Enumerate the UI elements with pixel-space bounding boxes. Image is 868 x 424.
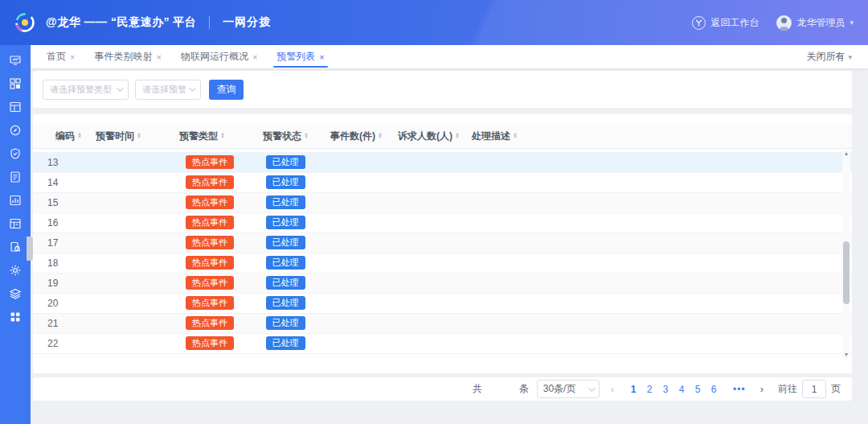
- cell-desc: [461, 273, 852, 293]
- report-icon[interactable]: [5, 168, 26, 185]
- cell-people: [387, 192, 461, 212]
- warning-type-select[interactable]: 请选择预警类型: [43, 80, 129, 100]
- warning-type-badge: 热点事件: [186, 196, 234, 209]
- cell-type: 热点事件: [168, 253, 252, 273]
- close-icon[interactable]: ×: [252, 52, 257, 62]
- next-page-button[interactable]: ›: [757, 383, 767, 395]
- warning-status-select[interactable]: 请选择预警状态: [135, 80, 201, 100]
- cell-type: 热点事件: [168, 313, 252, 333]
- page-size-select[interactable]: 30条/页: [537, 380, 600, 398]
- table-row[interactable]: 20热点事件已处理: [33, 293, 852, 313]
- tab-4[interactable]: 预警列表×: [267, 45, 334, 68]
- cell-people: [387, 293, 461, 313]
- warning-status-badge: 已处理: [266, 336, 305, 350]
- cell-desc: [461, 192, 852, 212]
- cell-code: 19: [33, 273, 84, 293]
- sort-icon[interactable]: ▲▼: [513, 132, 518, 138]
- layers-icon[interactable]: [5, 285, 26, 302]
- column-header: 编码▲▼: [33, 125, 84, 148]
- gear-icon[interactable]: [5, 261, 26, 278]
- tab-1[interactable]: 首页×: [37, 45, 84, 68]
- top-header: @龙华 —— “民意速办” 平台 一网分拨 返回工作台 龙华管理员 ▾: [0, 0, 868, 45]
- document-grid-icon[interactable]: [5, 215, 26, 232]
- chevron-down-icon: [117, 84, 123, 91]
- cell-desc: [461, 253, 852, 273]
- cell-status: 已处理: [252, 293, 319, 313]
- table-scrollbar[interactable]: ▲ ▼: [842, 150, 850, 359]
- user-avatar: [776, 15, 792, 31]
- cell-time: [84, 253, 168, 273]
- column-header: 预警时间▲▼: [84, 125, 168, 148]
- cell-people: [387, 273, 461, 293]
- table-row[interactable]: 17热点事件已处理: [33, 233, 852, 253]
- tab-2[interactable]: 事件类别映射×: [84, 45, 170, 68]
- cell-time: [84, 293, 168, 313]
- close-icon[interactable]: ×: [70, 52, 75, 62]
- page-number-1[interactable]: 1: [625, 384, 641, 395]
- table-row[interactable]: 19热点事件已处理: [33, 273, 852, 293]
- table-row[interactable]: 21热点事件已处理: [33, 313, 852, 333]
- user-menu[interactable]: 龙华管理员 ▾: [776, 15, 854, 31]
- warning-type-badge: 热点事件: [186, 216, 234, 229]
- monitor-icon[interactable]: [5, 51, 26, 68]
- cell-status: 已处理: [252, 212, 319, 233]
- tab-bar: 首页×事件类别映射×物联网运行概况×预警列表× 关闭所有 ▾: [31, 45, 868, 68]
- shield-icon[interactable]: [5, 145, 26, 162]
- warning-status-badge: 已处理: [266, 216, 305, 229]
- search-button[interactable]: 查询: [209, 80, 244, 100]
- return-workbench-button[interactable]: 返回工作台: [692, 16, 759, 30]
- table-row[interactable]: 18热点事件已处理: [33, 253, 852, 273]
- table-row[interactable]: 16热点事件已处理: [33, 212, 852, 233]
- prev-page-button[interactable]: ‹: [608, 383, 617, 395]
- scrollbar-thumb[interactable]: [843, 241, 850, 304]
- table-row[interactable]: 22热点事件已处理: [33, 333, 852, 353]
- panel-icon[interactable]: [5, 98, 26, 115]
- tab-3[interactable]: 物联网运行概况×: [171, 45, 267, 68]
- sort-icon[interactable]: ▲▼: [378, 132, 383, 138]
- warning-status-badge: 已处理: [266, 276, 305, 290]
- warning-type-badge: 热点事件: [186, 175, 234, 189]
- scroll-up-icon[interactable]: ▲: [842, 150, 850, 158]
- page-number-2[interactable]: 2: [641, 384, 657, 395]
- page-number-3[interactable]: 3: [657, 384, 674, 395]
- close-icon[interactable]: ×: [156, 52, 161, 62]
- sort-icon[interactable]: ▲▼: [137, 132, 141, 138]
- compass-icon[interactable]: [5, 121, 26, 138]
- workbench-icon: [692, 16, 706, 30]
- close-icon[interactable]: ×: [319, 52, 324, 62]
- app-title: @龙华 —— “民意速办” 平台: [46, 15, 196, 30]
- dashboard-icon[interactable]: [5, 75, 26, 92]
- page-number-5[interactable]: 5: [690, 384, 706, 395]
- cell-time: [84, 233, 168, 253]
- cell-desc: [461, 212, 852, 233]
- sort-icon[interactable]: ▲▼: [77, 132, 82, 138]
- close-all-tabs-button[interactable]: 关闭所有 ▾: [806, 50, 852, 64]
- cell-people: [387, 233, 461, 253]
- chevron-down-icon: [189, 84, 195, 91]
- page-number-6[interactable]: 6: [706, 384, 722, 395]
- inspection-icon[interactable]: [5, 238, 26, 255]
- sort-icon[interactable]: ▲▼: [220, 132, 225, 138]
- sort-icon[interactable]: ▲▼: [304, 132, 309, 138]
- apps-icon[interactable]: [5, 308, 26, 325]
- workbench-label: 返回工作台: [710, 16, 759, 30]
- warning-status-badge: 已处理: [266, 196, 305, 209]
- cell-status: 已处理: [252, 273, 319, 293]
- table-row[interactable]: 15热点事件已处理: [33, 192, 852, 212]
- cell-code: 17: [33, 233, 84, 253]
- app-logo-icon: [14, 12, 35, 33]
- cell-desc: [461, 313, 852, 333]
- sort-icon[interactable]: ▲▼: [455, 132, 460, 138]
- page-number-4[interactable]: 4: [674, 384, 690, 395]
- cell-people: [387, 152, 461, 172]
- table-row[interactable]: 14热点事件已处理: [33, 172, 852, 192]
- cell-type: 热点事件: [168, 333, 252, 353]
- chart-grid-icon[interactable]: [5, 191, 26, 208]
- chevron-down-icon: ▾: [850, 19, 854, 27]
- sidebar-collapse-handle[interactable]: [27, 237, 33, 261]
- table-row[interactable]: 13热点事件已处理: [33, 152, 852, 172]
- goto-page-input[interactable]: [802, 380, 826, 398]
- cell-type: 热点事件: [168, 152, 252, 172]
- pagination-ellipsis[interactable]: •••: [730, 384, 749, 395]
- scroll-down-icon[interactable]: ▼: [842, 351, 850, 359]
